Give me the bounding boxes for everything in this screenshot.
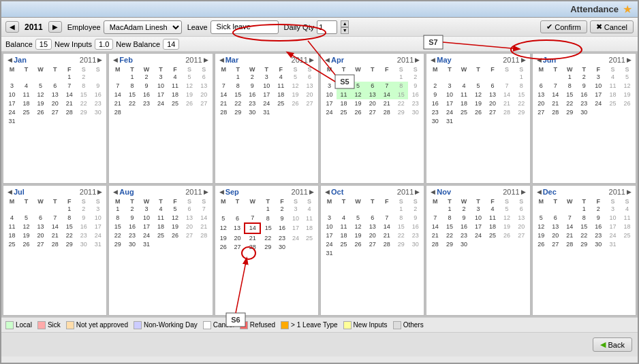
- cal-day[interactable]: 7: [48, 214, 62, 222]
- cal-day[interactable]: 3: [289, 205, 302, 214]
- cal-day[interactable]: 23: [408, 231, 422, 240]
- cal-day[interactable]: 9: [245, 82, 260, 90]
- cal-day[interactable]: 4: [274, 73, 288, 82]
- cal-day[interactable]: 24: [153, 99, 168, 108]
- cal-day[interactable]: 4: [153, 205, 168, 214]
- cal-day[interactable]: 18: [19, 99, 33, 108]
- cal-day[interactable]: 4: [606, 73, 620, 82]
- cal-day[interactable]: 26: [471, 108, 485, 117]
- cal-day[interactable]: 4: [19, 82, 33, 90]
- cal-day[interactable]: 30: [275, 243, 289, 252]
- cal-day[interactable]: 6: [365, 214, 379, 222]
- cal-day[interactable]: 5: [168, 205, 183, 214]
- cal-prev-jan[interactable]: ◀: [6, 56, 14, 63]
- cal-prev-jul[interactable]: ◀: [6, 188, 14, 195]
- cal-day[interactable]: 11: [302, 214, 316, 223]
- cal-day[interactable]: 28: [500, 108, 514, 117]
- cal-day[interactable]: 13: [302, 82, 317, 90]
- cal-day[interactable]: 3: [153, 73, 168, 82]
- cal-day[interactable]: 30: [591, 240, 606, 249]
- cal-day[interactable]: 26: [19, 240, 33, 249]
- cal-day[interactable]: 28: [217, 108, 231, 117]
- cal-next-mar[interactable]: ▶: [308, 56, 315, 63]
- cal-day[interactable]: 17: [139, 222, 153, 231]
- cal-day[interactable]: 7: [428, 214, 442, 222]
- cal-day[interactable]: 12: [288, 82, 302, 90]
- cal-day[interactable]: 13: [48, 90, 62, 99]
- cal-day[interactable]: 11: [19, 90, 33, 99]
- cal-day[interactable]: 14: [245, 223, 260, 233]
- cal-day[interactable]: 8: [260, 214, 275, 223]
- cal-day[interactable]: 7: [379, 214, 394, 222]
- cal-day[interactable]: 7: [245, 214, 260, 223]
- cal-day[interactable]: 14: [217, 90, 231, 99]
- cal-day[interactable]: 5: [33, 82, 48, 90]
- cal-day[interactable]: 23: [428, 108, 442, 117]
- cal-next-sep[interactable]: ▶: [308, 188, 315, 195]
- cal-day[interactable]: 16: [408, 222, 422, 231]
- cal-next-oct[interactable]: ▶: [414, 188, 421, 195]
- cal-day[interactable]: 27: [365, 108, 379, 117]
- cal-day[interactable]: 30: [408, 240, 422, 249]
- cal-day[interactable]: 1: [62, 205, 76, 214]
- cal-day[interactable]: 18: [168, 90, 183, 99]
- cal-day[interactable]: 14: [428, 222, 442, 231]
- cal-day[interactable]: 17: [260, 90, 274, 99]
- cal-day[interactable]: 26: [217, 243, 230, 252]
- cal-day[interactable]: 31: [139, 240, 153, 249]
- cal-day[interactable]: 12: [500, 214, 514, 222]
- cal-day[interactable]: 26: [288, 99, 302, 108]
- cal-day[interactable]: 5: [534, 214, 548, 222]
- cal-day[interactable]: 6: [548, 214, 563, 222]
- cal-day[interactable]: 28: [110, 108, 125, 117]
- cal-day[interactable]: 24: [289, 233, 302, 243]
- cal-day[interactable]: 3: [139, 205, 153, 214]
- cal-day[interactable]: 2: [408, 205, 422, 214]
- cal-day[interactable]: 27: [183, 231, 197, 240]
- cal-day[interactable]: 25: [274, 99, 288, 108]
- cal-day[interactable]: 19: [500, 222, 514, 231]
- cal-day[interactable]: 21: [379, 99, 394, 108]
- cal-day[interactable]: 20: [230, 233, 245, 243]
- cal-day[interactable]: 19: [534, 231, 548, 240]
- cal-day[interactable]: 17: [322, 231, 337, 240]
- cal-day[interactable]: 24: [91, 231, 105, 240]
- cal-day[interactable]: 15: [394, 90, 408, 99]
- cal-day[interactable]: 25: [337, 108, 351, 117]
- cal-day[interactable]: 27: [302, 99, 317, 108]
- cal-day[interactable]: 16: [125, 222, 139, 231]
- cal-day[interactable]: 10: [153, 82, 168, 90]
- cal-day[interactable]: 22: [231, 99, 245, 108]
- cal-day[interactable]: 8: [125, 82, 139, 90]
- cal-day[interactable]: 6: [302, 73, 317, 82]
- cal-day[interactable]: 16: [139, 90, 153, 99]
- cal-prev-apr[interactable]: ◀: [324, 56, 331, 63]
- cal-next-jul[interactable]: ▶: [96, 188, 104, 195]
- cal-day[interactable]: 10: [5, 90, 19, 99]
- cal-day[interactable]: 16: [591, 222, 606, 231]
- cal-day[interactable]: 10: [471, 214, 485, 222]
- cal-day[interactable]: 22: [76, 99, 91, 108]
- cal-day[interactable]: 29: [394, 240, 408, 249]
- cal-day[interactable]: 1: [394, 205, 408, 214]
- cal-day[interactable]: 18: [153, 222, 168, 231]
- cal-day[interactable]: 12: [168, 214, 183, 222]
- cal-day[interactable]: 4: [5, 214, 19, 222]
- cal-day[interactable]: 2: [125, 205, 139, 214]
- cal-day[interactable]: 3: [91, 205, 105, 214]
- cal-day[interactable]: 14: [548, 90, 563, 99]
- cal-day[interactable]: 12: [351, 222, 365, 231]
- cal-day[interactable]: 29: [76, 108, 91, 117]
- cal-day[interactable]: 4: [486, 205, 500, 214]
- cal-day[interactable]: 7: [197, 205, 211, 214]
- cal-day[interactable]: 13: [486, 90, 500, 99]
- cal-day[interactable]: 15: [514, 90, 529, 99]
- cal-day[interactable]: 10: [591, 82, 606, 90]
- cal-day[interactable]: 11: [620, 214, 634, 222]
- cal-day[interactable]: 19: [183, 90, 197, 99]
- cal-day[interactable]: 17: [606, 222, 620, 231]
- cal-day[interactable]: 19: [620, 90, 634, 99]
- daily-qty-input[interactable]: [317, 20, 337, 34]
- cal-day[interactable]: 10: [322, 222, 337, 231]
- cal-day[interactable]: 31: [606, 240, 620, 249]
